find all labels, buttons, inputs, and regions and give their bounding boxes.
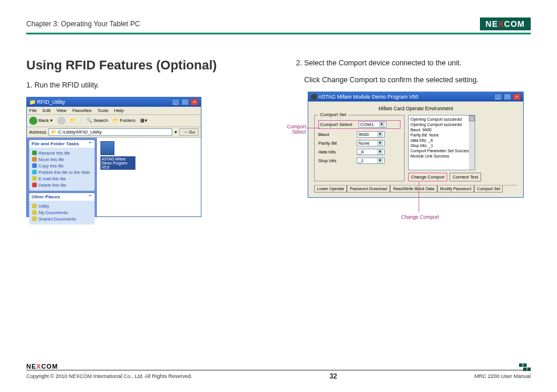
up-button[interactable]: 📁 — [70, 118, 76, 123]
minimize-button[interactable]: _ — [494, 93, 502, 100]
views-button[interactable]: ▦▾ — [140, 118, 147, 123]
comport-select[interactable]: COM1▾ — [358, 121, 387, 128]
maximize-button[interactable]: □ — [181, 99, 189, 106]
file-tasks-header: File and Folder Tasks — [32, 141, 79, 146]
file-icon[interactable] — [100, 141, 114, 155]
section-heading: Using RFID Features (Optional) — [26, 58, 261, 73]
mifare-window: ⬛ ASTAG Mifare Module Demo Program V50 _… — [308, 92, 524, 198]
comport-label: Comport Select — [320, 122, 355, 127]
footer-logo: NEXCOM — [26, 363, 531, 370]
mifare-titlebar: ⬛ ASTAG Mifare Module Demo Program V50 _… — [308, 92, 523, 102]
stopbits-select[interactable]: _1▾ — [357, 158, 385, 164]
explorer-window: 📁 RFID_Utility _ □ × File Edit View Favo… — [26, 97, 201, 217]
annotation-line — [419, 182, 419, 212]
task-email[interactable]: E-mail this file — [32, 176, 92, 181]
folders-button[interactable]: 📁Folders — [113, 118, 135, 123]
baud-label: Baud — [318, 132, 353, 137]
parity-select[interactable]: None▾ — [357, 140, 385, 146]
close-button[interactable]: × — [190, 99, 199, 106]
back-button[interactable]: Back ▾ — [29, 117, 53, 125]
mifare-tabs: Lower Operate Password Download Read/Wri… — [314, 185, 517, 192]
task-copy[interactable]: Copy this file — [32, 163, 92, 169]
search-button[interactable]: 🔍Search — [86, 118, 108, 123]
other-places-header: Other Places — [32, 194, 60, 200]
env-title: Mifare Card Operate Environment — [314, 106, 517, 111]
explorer-sidebar: File and Folder Tasks⌃ Rename this file … — [27, 138, 97, 216]
address-label: Address — [29, 130, 46, 135]
chapter-title: Chapter 3: Operating Your Tablet PC — [26, 20, 140, 28]
tab-comport-set[interactable]: Comport Set — [474, 186, 503, 192]
file-name-label: ASTAG Mifare Demo Program V5.0 — [100, 156, 135, 170]
menu-view[interactable]: View — [57, 108, 67, 113]
parity-label: Parity Bit — [318, 141, 353, 146]
task-rename[interactable]: Rename this file — [32, 150, 92, 156]
forward-button[interactable] — [57, 117, 65, 125]
go-button[interactable]: → Go — [179, 128, 199, 136]
explorer-file-area: ASTAG Mifare Demo Program V5.0 — [97, 138, 201, 216]
scrollbar[interactable] — [469, 116, 475, 170]
step-2-line1: 2. Select the Comport device connected t… — [296, 58, 531, 69]
change-comport-button[interactable]: Change Comport — [408, 173, 447, 181]
step-1-text: 1. Run the RFID utility. — [26, 80, 261, 91]
task-publish[interactable]: Publish this file to the Web — [32, 170, 92, 175]
menu-tools[interactable]: Tools — [98, 108, 109, 113]
header-rule — [26, 33, 531, 34]
stopbits-label: Stop bits — [318, 158, 353, 163]
address-input[interactable]: 📁 C:\Utility\RFID_Utility — [48, 128, 172, 136]
menu-edit[interactable]: Edit — [43, 108, 51, 113]
tab-read-write[interactable]: Read/Write Block Data — [390, 186, 437, 192]
annotation-comport: Comport Select — [274, 124, 306, 135]
menu-help[interactable]: Help — [114, 108, 123, 113]
maximize-button[interactable]: □ — [503, 93, 511, 100]
annotation-change: Change Comport — [401, 214, 439, 220]
explorer-title: RFID_Utility — [37, 99, 65, 105]
task-delete[interactable]: Delete this file — [32, 183, 92, 188]
task-move[interactable]: Move this file — [32, 157, 92, 162]
minimize-button[interactable]: _ — [172, 99, 180, 106]
collapse-icon[interactable]: ⌃ — [88, 194, 92, 200]
place-utility[interactable]: Utility — [32, 204, 92, 209]
log-box: Opening Comport succeeds! Opening Compor… — [408, 115, 475, 170]
explorer-toolbar: Back ▾ 📁 | 🔍Search 📁Folders ▦▾ — [27, 115, 201, 127]
menu-favorites[interactable]: Favorites — [72, 108, 92, 113]
collapse-icon[interactable]: ⌃ — [88, 141, 92, 146]
databits-select[interactable]: _8▾ — [357, 149, 385, 155]
step-2-line2: Click Change Comport to confirm the sele… — [304, 75, 531, 86]
comport-fieldset: Comport Set Comport Select COM1▾ Baud960… — [314, 115, 405, 181]
comport-legend: Comport Set — [318, 112, 348, 117]
connect-test-button[interactable]: Connect Test — [450, 173, 481, 181]
menu-file[interactable]: File — [29, 108, 37, 113]
page-number: 32 — [329, 372, 337, 380]
databits-label: data bits — [318, 149, 353, 155]
mifare-title: ASTAG Mifare Module Demo Program V50 — [318, 94, 418, 100]
place-mydocs[interactable]: My Documents — [32, 210, 92, 215]
tab-lower-operate[interactable]: Lower Operate — [314, 186, 347, 192]
baud-select[interactable]: 9600▾ — [357, 131, 385, 138]
brand-logo: NEXCOM — [480, 18, 531, 30]
explorer-titlebar: 📁 RFID_Utility _ □ × — [27, 97, 201, 107]
copyright-text: Copyright © 2010 NEXCOM International Co… — [26, 373, 192, 379]
explorer-menubar: File Edit View Favorites Tools Help — [27, 107, 201, 115]
manual-name: MRC 2200 User Manual — [474, 373, 531, 379]
footer-rule — [26, 370, 531, 370]
place-shared[interactable]: Shared Documents — [32, 216, 92, 222]
close-button[interactable]: × — [513, 93, 521, 100]
tab-modify-password[interactable]: Modify Password — [437, 186, 474, 192]
tab-password-download[interactable]: Password Download — [347, 186, 390, 192]
